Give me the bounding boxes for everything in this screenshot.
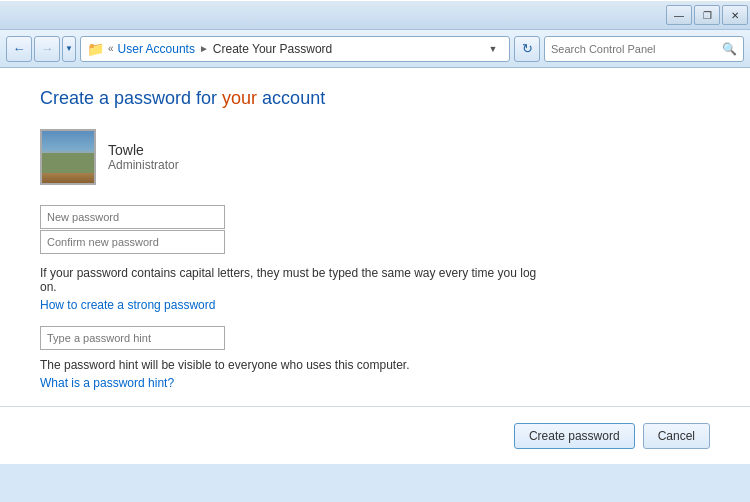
- create-password-button[interactable]: Create password: [514, 423, 635, 449]
- window-controls: — ❐ ✕: [666, 5, 748, 25]
- page-title: Create a password for your account: [40, 88, 710, 109]
- user-name: Towle: [108, 142, 179, 158]
- search-box[interactable]: 🔍: [544, 36, 744, 62]
- page-title-prefix: Create a password for: [40, 88, 222, 108]
- back-button[interactable]: ←: [6, 36, 32, 62]
- cancel-button[interactable]: Cancel: [643, 423, 710, 449]
- page-title-suffix: account: [257, 88, 325, 108]
- breadcrumb-arrow: ►: [199, 43, 209, 54]
- forward-button[interactable]: →: [34, 36, 60, 62]
- breadcrumb-separator-start: «: [108, 43, 114, 54]
- address-bar: ← → ▼ 📁 « User Accounts ► Create Your Pa…: [0, 30, 750, 68]
- new-password-input[interactable]: [40, 205, 225, 229]
- password-fields: [40, 205, 710, 254]
- main-content: Create a password for your account Towle…: [0, 68, 750, 464]
- page-title-highlight: your: [222, 88, 257, 108]
- minimize-button[interactable]: —: [666, 5, 692, 25]
- strong-password-link[interactable]: How to create a strong password: [40, 298, 215, 312]
- button-row: Create password Cancel: [40, 423, 710, 449]
- avatar: [40, 129, 96, 185]
- content-panel: Create a password for your account Towle…: [0, 68, 750, 464]
- user-role: Administrator: [108, 158, 179, 172]
- user-details: Towle Administrator: [108, 142, 179, 172]
- breadcrumb: 📁 « User Accounts ► Create Your Password…: [80, 36, 510, 62]
- maximize-button[interactable]: ❐: [694, 5, 720, 25]
- hint-link[interactable]: What is a password hint?: [40, 376, 174, 390]
- confirm-password-input[interactable]: [40, 230, 225, 254]
- close-button[interactable]: ✕: [722, 5, 748, 25]
- nav-dropdown-button[interactable]: ▼: [62, 36, 76, 62]
- search-icon: 🔍: [722, 42, 737, 56]
- breadcrumb-user-accounts[interactable]: User Accounts: [118, 42, 195, 56]
- divider: [0, 406, 750, 407]
- refresh-button[interactable]: ↻: [514, 36, 540, 62]
- nav-buttons: ← → ▼: [6, 36, 76, 62]
- avatar-image: [42, 129, 94, 183]
- title-bar: — ❐ ✕: [0, 0, 750, 30]
- password-info-text: If your password contains capital letter…: [40, 266, 540, 294]
- search-input[interactable]: [551, 43, 718, 55]
- breadcrumb-icon: 📁: [87, 41, 104, 57]
- breadcrumb-current: Create Your Password: [213, 42, 332, 56]
- password-hint-input[interactable]: [40, 326, 225, 350]
- breadcrumb-dropdown[interactable]: ▼: [483, 39, 503, 59]
- user-info: Towle Administrator: [40, 129, 710, 185]
- hint-info-text: The password hint will be visible to eve…: [40, 358, 540, 372]
